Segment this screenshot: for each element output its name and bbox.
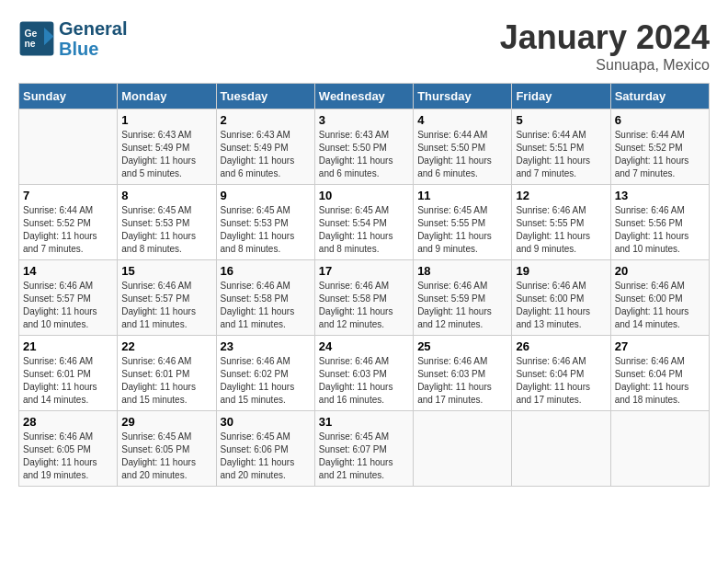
calendar-cell: 20Sunrise: 6:46 AMSunset: 6:00 PMDayligh… [610,260,709,336]
day-number: 21 [23,339,113,353]
calendar-cell: 1Sunrise: 6:43 AMSunset: 5:49 PMDaylight… [118,109,216,185]
day-content: Sunrise: 6:46 AMSunset: 5:55 PMDaylight:… [516,204,606,256]
day-number: 29 [121,415,211,429]
day-number: 22 [121,339,211,353]
calendar-week-5: 28Sunrise: 6:46 AMSunset: 6:05 PMDayligh… [19,411,710,487]
day-number: 14 [23,264,113,278]
day-content: Sunrise: 6:46 AMSunset: 5:59 PMDaylight:… [417,280,507,331]
calendar-body: 1Sunrise: 6:43 AMSunset: 5:49 PMDaylight… [19,109,710,487]
calendar-cell: 26Sunrise: 6:46 AMSunset: 6:04 PMDayligh… [512,336,610,411]
day-number: 10 [319,189,409,202]
day-number: 25 [417,339,507,353]
logo-text-line2: Blue [59,39,127,59]
calendar-cell [610,411,709,487]
calendar-cell: 10Sunrise: 6:45 AMSunset: 5:54 PMDayligh… [314,185,413,260]
location-subtitle: Sunuapa, Mexico [500,57,710,74]
day-content: Sunrise: 6:43 AMSunset: 5:50 PMDaylight:… [319,129,409,180]
logo-text-line1: General [59,18,127,39]
calendar-cell: 29Sunrise: 6:45 AMSunset: 6:05 PMDayligh… [118,411,216,487]
calendar-cell: 27Sunrise: 6:46 AMSunset: 6:04 PMDayligh… [610,336,709,411]
calendar-table: SundayMondayTuesdayWednesdayThursdayFrid… [18,83,710,487]
col-header-wednesday: Wednesday [314,84,413,109]
day-content: Sunrise: 6:43 AMSunset: 5:49 PMDaylight:… [121,129,211,180]
day-content: Sunrise: 6:46 AMSunset: 5:58 PMDaylight:… [221,280,311,331]
day-content: Sunrise: 6:44 AMSunset: 5:52 PMDaylight:… [23,204,113,256]
day-content: Sunrise: 6:45 AMSunset: 6:06 PMDaylight:… [221,431,311,482]
day-number: 13 [615,189,705,202]
calendar-cell: 17Sunrise: 6:46 AMSunset: 5:58 PMDayligh… [314,260,413,336]
day-number: 6 [615,113,705,127]
calendar-cell: 7Sunrise: 6:44 AMSunset: 5:52 PMDaylight… [19,185,118,260]
day-content: Sunrise: 6:45 AMSunset: 5:55 PMDaylight:… [417,204,507,256]
day-content: Sunrise: 6:46 AMSunset: 5:57 PMDaylight:… [121,280,211,331]
calendar-cell: 14Sunrise: 6:46 AMSunset: 5:57 PMDayligh… [19,260,118,336]
day-content: Sunrise: 6:46 AMSunset: 5:58 PMDaylight:… [319,280,409,331]
day-content: Sunrise: 6:45 AMSunset: 6:07 PMDaylight:… [319,431,409,482]
day-number: 4 [417,113,507,127]
day-number: 15 [121,264,211,278]
day-number: 12 [516,189,606,202]
title-block: January 2024 Sunuapa, Mexico [500,18,710,74]
svg-text:Ge: Ge [24,29,37,39]
calendar-cell: 24Sunrise: 6:46 AMSunset: 6:03 PMDayligh… [314,336,413,411]
calendar-week-2: 7Sunrise: 6:44 AMSunset: 5:52 PMDaylight… [19,185,710,260]
logo-icon: Ge ne [18,20,55,57]
day-number: 24 [319,339,409,353]
calendar-cell: 23Sunrise: 6:46 AMSunset: 6:02 PMDayligh… [216,336,314,411]
calendar-cell: 9Sunrise: 6:45 AMSunset: 5:53 PMDaylight… [216,185,314,260]
day-content: Sunrise: 6:46 AMSunset: 6:03 PMDaylight:… [417,355,507,407]
day-content: Sunrise: 6:44 AMSunset: 5:50 PMDaylight:… [417,129,507,180]
calendar-cell: 18Sunrise: 6:46 AMSunset: 5:59 PMDayligh… [414,260,512,336]
col-header-friday: Friday [512,84,610,109]
day-number: 19 [516,264,606,278]
calendar-cell [19,109,118,185]
day-content: Sunrise: 6:46 AMSunset: 6:00 PMDaylight:… [615,280,705,331]
calendar-week-4: 21Sunrise: 6:46 AMSunset: 6:01 PMDayligh… [19,336,710,411]
calendar-cell: 12Sunrise: 6:46 AMSunset: 5:55 PMDayligh… [512,185,610,260]
day-number: 17 [319,264,409,278]
calendar-cell: 13Sunrise: 6:46 AMSunset: 5:56 PMDayligh… [610,185,709,260]
day-number: 2 [221,113,311,127]
calendar-cell: 6Sunrise: 6:44 AMSunset: 5:52 PMDaylight… [610,109,709,185]
day-content: Sunrise: 6:46 AMSunset: 5:57 PMDaylight:… [23,280,113,331]
day-number: 7 [23,189,113,202]
calendar-cell: 21Sunrise: 6:46 AMSunset: 6:01 PMDayligh… [19,336,118,411]
calendar-cell: 31Sunrise: 6:45 AMSunset: 6:07 PMDayligh… [314,411,413,487]
day-number: 26 [516,339,606,353]
calendar-cell [414,411,512,487]
day-number: 31 [319,415,409,429]
col-header-sunday: Sunday [19,84,118,109]
calendar-cell: 2Sunrise: 6:43 AMSunset: 5:49 PMDaylight… [216,109,314,185]
day-number: 5 [516,113,606,127]
day-number: 16 [221,264,311,278]
day-content: Sunrise: 6:46 AMSunset: 6:05 PMDaylight:… [23,431,113,482]
month-title: January 2024 [500,18,710,57]
day-content: Sunrise: 6:46 AMSunset: 6:04 PMDaylight:… [516,355,606,407]
day-content: Sunrise: 6:45 AMSunset: 5:53 PMDaylight:… [221,204,311,256]
day-content: Sunrise: 6:46 AMSunset: 6:02 PMDaylight:… [221,355,311,407]
calendar-cell: 5Sunrise: 6:44 AMSunset: 5:51 PMDaylight… [512,109,610,185]
day-number: 20 [615,264,705,278]
calendar-cell: 4Sunrise: 6:44 AMSunset: 5:50 PMDaylight… [414,109,512,185]
day-content: Sunrise: 6:46 AMSunset: 6:04 PMDaylight:… [615,355,705,407]
calendar-header-row: SundayMondayTuesdayWednesdayThursdayFrid… [19,84,710,109]
day-number: 27 [615,339,705,353]
day-content: Sunrise: 6:45 AMSunset: 5:53 PMDaylight:… [121,204,211,256]
day-number: 11 [417,189,507,202]
calendar-cell: 30Sunrise: 6:45 AMSunset: 6:06 PMDayligh… [216,411,314,487]
day-content: Sunrise: 6:45 AMSunset: 5:54 PMDaylight:… [319,204,409,256]
day-content: Sunrise: 6:46 AMSunset: 5:56 PMDaylight:… [615,204,705,256]
day-number: 3 [319,113,409,127]
day-content: Sunrise: 6:45 AMSunset: 6:05 PMDaylight:… [121,431,211,482]
day-content: Sunrise: 6:46 AMSunset: 6:03 PMDaylight:… [319,355,409,407]
calendar-cell: 8Sunrise: 6:45 AMSunset: 5:53 PMDaylight… [118,185,216,260]
day-content: Sunrise: 6:43 AMSunset: 5:49 PMDaylight:… [221,129,311,180]
calendar-cell: 15Sunrise: 6:46 AMSunset: 5:57 PMDayligh… [118,260,216,336]
day-number: 1 [121,113,211,127]
svg-text:ne: ne [24,39,35,49]
day-number: 23 [221,339,311,353]
day-number: 18 [417,264,507,278]
calendar-cell: 11Sunrise: 6:45 AMSunset: 5:55 PMDayligh… [414,185,512,260]
calendar-cell [512,411,610,487]
col-header-tuesday: Tuesday [216,84,314,109]
